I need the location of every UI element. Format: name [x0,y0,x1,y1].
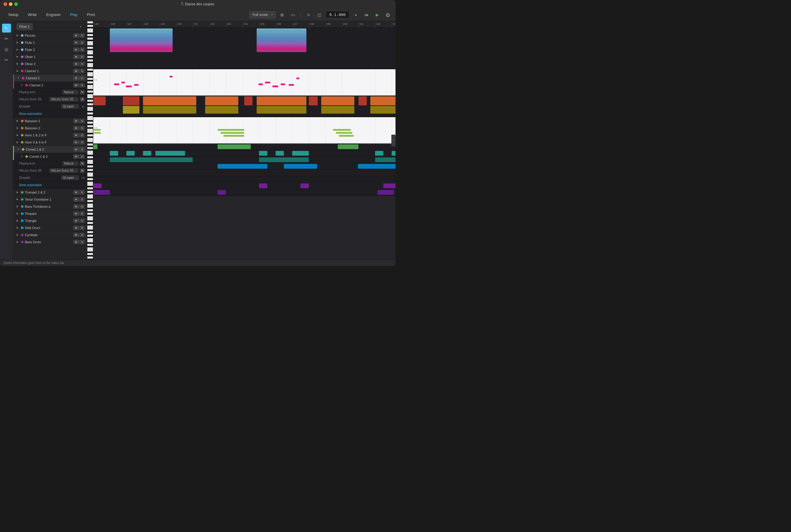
clip[interactable] [143,96,196,105]
clip[interactable] [110,157,193,162]
mute-button[interactable]: M [73,76,79,80]
speakers-icon[interactable]: ◫ [315,11,323,19]
tab-print[interactable]: Print [82,11,100,19]
solo-button[interactable]: S [79,147,85,152]
clip[interactable] [259,151,267,156]
expand-icon[interactable]: ▼ [16,147,20,152]
solo-button[interactable]: S [79,233,85,237]
expand-icon[interactable]: ▼ [20,154,24,158]
playing-tech-select[interactable]: Natural [62,161,78,166]
list-item[interactable]: ▶ Flute 2 MS [13,46,87,53]
mute-button[interactable]: M [73,119,79,123]
scissors-tool[interactable]: ✂ [2,56,11,64]
expand-icon[interactable]: ▶ [15,69,20,73]
clip[interactable] [358,96,367,105]
list-item[interactable]: ▼ Clarinet 2 MS [13,82,87,89]
clip[interactable] [370,106,396,114]
mute-button[interactable]: M [73,233,79,237]
list-item[interactable]: ▶ Triangle MS [13,217,87,224]
list-item[interactable]: ▶ Horn 1 & 2 in F MS [13,132,87,139]
mute-button[interactable]: M [73,212,79,216]
expand-icon[interactable]: ▶ [15,119,20,123]
clip[interactable] [93,190,110,195]
edit-playing-tech[interactable]: ✎ [80,162,85,166]
tab-write[interactable]: Write [23,11,41,19]
mute-button[interactable]: M [73,55,79,59]
mute-button[interactable]: M [73,40,79,45]
clip[interactable] [218,164,267,169]
expand-icon[interactable]: ▶ [15,40,20,45]
tab-setup[interactable]: Setup [3,11,23,19]
mute-button[interactable]: M [73,48,79,52]
list-item[interactable]: ▶ Bassoon 2 MS [13,125,87,132]
list-item[interactable]: ▶ Oboe 2 MS [13,60,87,68]
solo-button[interactable]: S [79,76,85,80]
clip[interactable] [276,151,284,156]
clip[interactable] [126,151,135,156]
power-button[interactable]: ⏻ [384,11,392,19]
plugin-select[interactable]: HALion Sonic SE [50,97,78,101]
rewind-button[interactable]: ⏮ [362,11,371,19]
expand-icon[interactable]: ▶ [15,212,20,216]
clip[interactable] [257,106,307,114]
clip[interactable] [205,96,238,105]
tab-engrave[interactable]: Engrave [41,11,65,19]
clip[interactable] [143,106,196,114]
clip[interactable] [93,184,102,188]
close-button[interactable] [3,2,7,6]
mute-button[interactable]: M [73,190,79,194]
mute-button[interactable]: M [73,147,79,152]
list-item[interactable]: ▶ Tenor Trombone 1 MS [13,196,87,203]
clip[interactable] [338,145,358,149]
solo-button[interactable]: S [79,190,85,194]
mute-button[interactable]: M [73,62,79,66]
plugin-settings[interactable]: ⚙ [80,97,85,101]
list-item[interactable]: ▶ Bass Drum MS [13,239,87,246]
list-item[interactable]: ▶ Bass Trombone a MS [13,203,87,210]
list-item[interactable]: ▶ Horn 3 & 4 in F MS [13,139,87,146]
minimize-button[interactable] [9,2,13,6]
solo-button[interactable]: S [79,62,85,66]
expand-icon[interactable]: ▶ [15,62,20,66]
collapse-handle[interactable]: › [391,135,396,147]
solo-button[interactable]: S [79,119,85,123]
mute-button[interactable]: M [73,205,79,209]
clip[interactable] [93,96,106,105]
expand-icon[interactable]: ▶ [15,205,20,209]
screen-icon[interactable]: ▭ [289,11,297,19]
show-automation-row[interactable]: Show automation [13,182,87,189]
mute-button[interactable]: M [73,34,79,38]
play-button[interactable]: ▶ [373,11,381,19]
list-item[interactable]: ▼ Clarinet 2 MS [13,75,87,82]
list-item[interactable]: ▶ Bassoon 1 MS [13,117,87,125]
clip[interactable] [375,151,383,156]
clip[interactable] [358,164,396,169]
edit-playing-tech[interactable]: ✎ [80,90,85,94]
solo-button[interactable]: S [79,197,85,202]
plugin-select[interactable]: HALion Sonic SE [50,168,78,173]
tab-play[interactable]: Play [66,11,82,19]
clip[interactable] [257,96,307,105]
solo-button[interactable]: S [79,69,85,73]
solo-button[interactable]: S [79,205,85,209]
solo-button[interactable]: S [79,48,85,52]
clip[interactable] [321,106,354,114]
mute-button[interactable]: M [73,240,79,244]
mute-button[interactable]: M [73,126,79,130]
mute-button[interactable]: M [73,83,79,87]
list-item[interactable]: ▶ Trumpet 1 & 2 MS [13,189,87,196]
expand-icon[interactable]: ▼ [20,83,24,87]
list-item[interactable]: ▼ Cornet 1 & 2 MS [13,153,87,160]
flow-selector[interactable]: Flow 1 [17,23,33,30]
clip[interactable] [292,151,309,156]
expand-icon[interactable]: ▶ [15,126,20,130]
solo-button[interactable]: S [79,154,85,158]
layout-icon[interactable]: ⊞ [278,11,286,19]
clip[interactable] [284,164,317,169]
expand-icon[interactable]: ▼ [16,76,20,80]
list-item[interactable]: ▶ Piccolo M S [13,32,87,39]
clip[interactable] [375,157,396,162]
clip[interactable] [259,184,267,188]
clip[interactable] [244,96,253,105]
list-item[interactable]: ▶ Side Drum MS [13,224,87,231]
